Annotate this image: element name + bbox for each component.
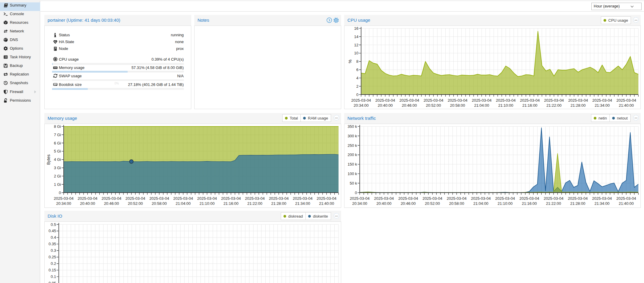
svg-text:21:04:00: 21:04:00 [473, 201, 488, 206]
svg-text:2025-03-04: 2025-03-04 [374, 196, 394, 201]
svg-text:2 Gi: 2 Gi [54, 174, 61, 178]
svg-text:21:22:00: 21:22:00 [247, 201, 262, 206]
svg-text:21:28:00: 21:28:00 [271, 201, 286, 206]
svg-text:20:52:00: 20:52:00 [426, 103, 441, 108]
svg-text:21:28:00: 21:28:00 [570, 201, 585, 206]
svg-text:2025-03-04: 2025-03-04 [471, 196, 491, 201]
svg-text:21:34:00: 21:34:00 [595, 201, 610, 206]
svg-text:21:04:00: 21:04:00 [176, 201, 191, 206]
svg-text:2025-03-04: 2025-03-04 [519, 196, 539, 201]
svg-text:2025-03-04: 2025-03-04 [448, 98, 468, 103]
svg-text:21:28:00: 21:28:00 [571, 103, 586, 108]
svg-text:3 Gi: 3 Gi [54, 166, 61, 170]
svg-text:21:16:00: 21:16:00 [223, 201, 239, 206]
svg-text:0.3: 0.3 [51, 248, 56, 253]
svg-text:200 k: 200 k [347, 152, 357, 157]
svg-text:20:46:00: 20:46:00 [401, 201, 416, 206]
svg-text:2025-03-04: 2025-03-04 [293, 196, 313, 201]
svg-text:21:40:00: 21:40:00 [319, 201, 334, 206]
svg-text:21:16:00: 21:16:00 [522, 103, 538, 108]
svg-text:2025-03-04: 2025-03-04 [424, 98, 444, 103]
svg-text:20:46:00: 20:46:00 [402, 103, 417, 108]
svg-text:10: 10 [354, 51, 358, 55]
svg-text:0: 0 [355, 191, 357, 195]
svg-text:6 Gi: 6 Gi [54, 141, 61, 145]
svg-text:0.4: 0.4 [51, 235, 56, 240]
svg-text:0.45: 0.45 [48, 229, 56, 233]
svg-text:21:22:00: 21:22:00 [546, 201, 561, 206]
svg-text:14: 14 [354, 34, 358, 39]
svg-text:2025-03-04: 2025-03-04 [375, 98, 395, 103]
svg-text:20:58:00: 20:58:00 [152, 201, 167, 206]
svg-text:20:34:00: 20:34:00 [56, 201, 71, 206]
svg-text:2025-03-04: 2025-03-04 [422, 196, 442, 201]
svg-text:2025-03-04: 2025-03-04 [221, 196, 241, 201]
svg-text:2025-03-04: 2025-03-04 [616, 98, 636, 103]
svg-text:0.2: 0.2 [51, 261, 56, 266]
svg-text:20:46:00: 20:46:00 [104, 201, 119, 206]
svg-text:0.1: 0.1 [51, 274, 56, 279]
svg-text:2025-03-04: 2025-03-04 [269, 196, 289, 201]
svg-text:21:40:00: 21:40:00 [619, 201, 634, 206]
svg-text:350 k: 350 k [347, 124, 357, 129]
svg-text:2025-03-04: 2025-03-04 [399, 98, 419, 103]
svg-text:21:40:00: 21:40:00 [619, 103, 634, 108]
svg-text:7 Gi: 7 Gi [54, 133, 61, 137]
svg-text:2: 2 [356, 84, 358, 89]
svg-text:2025-03-04: 2025-03-04 [520, 98, 540, 103]
svg-text:0.15: 0.15 [48, 268, 56, 272]
svg-text:%: % [348, 59, 352, 63]
svg-text:21:10:00: 21:10:00 [200, 201, 215, 206]
svg-text:2025-03-04: 2025-03-04 [350, 196, 370, 201]
svg-text:2025-03-04: 2025-03-04 [78, 196, 98, 201]
svg-text:6: 6 [356, 67, 358, 72]
svg-text:2025-03-04: 2025-03-04 [568, 196, 588, 201]
svg-text:21:10:00: 21:10:00 [498, 201, 513, 206]
svg-text:2025-03-04: 2025-03-04 [447, 196, 467, 201]
svg-text:20:52:00: 20:52:00 [128, 201, 143, 206]
svg-text:16: 16 [354, 26, 358, 31]
svg-text:21:16:00: 21:16:00 [522, 201, 537, 206]
svg-text:2025-03-04: 2025-03-04 [568, 98, 588, 103]
svg-text:2025-03-04: 2025-03-04 [54, 196, 74, 201]
svg-text:20:40:00: 20:40:00 [378, 103, 393, 108]
svg-text:0.05: 0.05 [48, 281, 56, 283]
svg-text:20:40:00: 20:40:00 [80, 201, 95, 206]
svg-text:Bytes: Bytes [46, 154, 51, 165]
svg-text:250 k: 250 k [347, 143, 357, 148]
svg-text:21:10:00: 21:10:00 [498, 103, 513, 108]
svg-text:2025-03-04: 2025-03-04 [495, 196, 515, 201]
svg-text:2025-03-04: 2025-03-04 [616, 196, 636, 201]
svg-text:2025-03-04: 2025-03-04 [592, 196, 612, 201]
svg-text:21:22:00: 21:22:00 [546, 103, 562, 108]
svg-text:0.5: 0.5 [51, 222, 56, 227]
svg-text:2025-03-04: 2025-03-04 [197, 196, 217, 201]
svg-text:0.35: 0.35 [48, 242, 56, 246]
svg-text:20:40:00: 20:40:00 [376, 201, 391, 206]
svg-text:8 Gi: 8 Gi [54, 124, 61, 129]
svg-text:12: 12 [354, 43, 358, 47]
svg-text:2025-03-04: 2025-03-04 [126, 196, 145, 201]
svg-text:2025-03-04: 2025-03-04 [101, 196, 121, 201]
svg-text:2025-03-04: 2025-03-04 [544, 196, 564, 201]
svg-text:20:34:00: 20:34:00 [352, 201, 367, 206]
svg-text:2025-03-04: 2025-03-04 [317, 196, 337, 201]
svg-text:2025-03-04: 2025-03-04 [592, 98, 612, 103]
svg-text:20:52:00: 20:52:00 [425, 201, 440, 206]
svg-text:4 Gi: 4 Gi [54, 157, 61, 162]
svg-text:5 Gi: 5 Gi [54, 149, 61, 153]
svg-text:50 k: 50 k [350, 181, 357, 185]
svg-text:21:34:00: 21:34:00 [295, 201, 310, 206]
svg-text:21:04:00: 21:04:00 [474, 103, 489, 108]
svg-text:2025-03-04: 2025-03-04 [245, 196, 265, 201]
svg-text:0.25: 0.25 [48, 255, 56, 259]
svg-text:2025-03-04: 2025-03-04 [544, 98, 564, 103]
svg-text:2025-03-04: 2025-03-04 [173, 196, 193, 201]
svg-text:0: 0 [356, 92, 358, 97]
svg-text:2025-03-04: 2025-03-04 [496, 98, 516, 103]
svg-text:100 k: 100 k [347, 172, 357, 176]
svg-text:2025-03-04: 2025-03-04 [472, 98, 492, 103]
svg-text:1 Gi: 1 Gi [54, 182, 61, 187]
svg-text:8: 8 [356, 59, 358, 64]
svg-text:150 k: 150 k [347, 162, 357, 166]
